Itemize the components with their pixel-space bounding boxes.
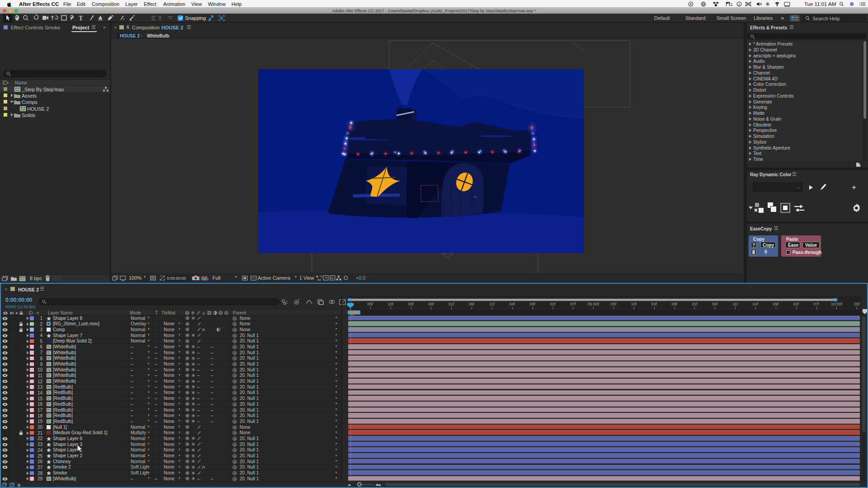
- svg-text:fx: fx: [203, 311, 206, 315]
- svg-text:1: 1: [731, 2, 733, 7]
- svg-text:#: #: [37, 311, 39, 315]
- svg-text:T: T: [79, 15, 83, 22]
